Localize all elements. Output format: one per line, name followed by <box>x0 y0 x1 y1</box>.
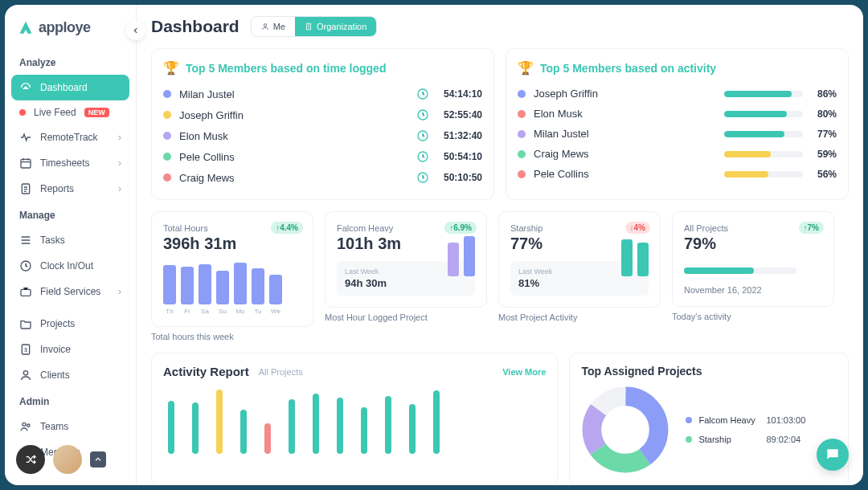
svg-rect-0 <box>21 159 31 168</box>
svg-text:$: $ <box>24 347 27 353</box>
legend-row: Starship 89:02:04 <box>686 435 805 444</box>
percent-bar <box>724 151 803 157</box>
stat-falcom: ↑6.9% Falcom Heavy 101h 3m Last Week 94h… <box>325 211 487 308</box>
scope-toggle: Me Organization <box>251 16 378 37</box>
header: Dashboard Me Organization <box>151 16 849 37</box>
bar <box>216 390 223 454</box>
stat-caption: Most Project Activity <box>498 312 661 322</box>
day-label: Sa <box>199 308 211 315</box>
sidebar-item-remotetrack[interactable]: RemoteTrack › <box>11 125 129 150</box>
member-name: Craig Mews <box>179 172 408 184</box>
member-row: Elon Musk 51:32:40 <box>163 125 482 146</box>
member-row: Craig Mews 50:10:50 <box>163 167 482 188</box>
section-manage: Manage <box>11 202 129 227</box>
sidebar-item-clock[interactable]: Clock In/Out <box>11 253 129 279</box>
day-label: Su <box>216 308 229 315</box>
percent-value: 59% <box>811 149 837 160</box>
top5-time-card: 🏆Top 5 Members based on time logged Mila… <box>151 48 494 200</box>
color-dot-icon <box>518 110 526 118</box>
svg-point-7 <box>23 423 26 426</box>
scope-organization[interactable]: Organization <box>295 17 376 36</box>
sidebar-item-projects[interactable]: Projects <box>11 311 129 337</box>
legend-dot-icon <box>686 417 692 423</box>
nav-label: Invoice <box>40 344 71 355</box>
sidebar-item-tasks[interactable]: Tasks <box>11 227 129 253</box>
logo-icon <box>18 20 34 36</box>
stat-value: 396h 31m <box>163 235 301 253</box>
sidebar-item-clients[interactable]: Clients <box>11 362 129 388</box>
pill-label: Me <box>273 22 285 31</box>
chevron-right-icon: › <box>118 132 121 143</box>
shuffle-avatar[interactable] <box>16 445 45 474</box>
top-projects-card: Top Assigned Projects Falcom Heavy 101:0… <box>569 353 849 485</box>
member-name: Elon Musk <box>534 108 716 120</box>
sidebar-item-reports[interactable]: Reports › <box>11 176 129 202</box>
color-dot-icon <box>163 90 171 98</box>
logo[interactable]: apploye <box>11 16 129 49</box>
legend-value: 89:02:04 <box>766 435 800 444</box>
bar <box>216 271 229 304</box>
weekly-day-labels: ThFrSaSuMoTuWe <box>163 308 301 315</box>
activity-title: Activity Report <box>163 365 249 378</box>
activity-date: November 16, 2022 <box>684 285 822 295</box>
member-name: Craig Mews <box>534 148 716 160</box>
stat-caption: Today's activity <box>672 312 834 321</box>
legend-value: 101:03:00 <box>766 415 805 425</box>
list-icon <box>19 234 32 247</box>
percent-value: 80% <box>811 108 837 120</box>
clock-icon <box>416 88 429 100</box>
activity-subtitle: All Projects <box>259 367 303 377</box>
color-dot-icon <box>163 111 171 119</box>
user-avatar[interactable] <box>53 445 82 474</box>
color-dot-icon <box>518 90 526 98</box>
nav-label: Timesheets <box>40 157 90 169</box>
bar <box>168 401 174 454</box>
day-label: Th <box>163 308 176 315</box>
member-row: Milan Justel 54:14:10 <box>163 84 482 104</box>
nav-label: Teams <box>40 421 68 432</box>
sidebar-item-invoice[interactable]: $ Invoice <box>11 337 129 362</box>
activity-bars-chart <box>163 390 546 454</box>
member-name: Pele Collins <box>534 168 716 180</box>
scope-me[interactable]: Me <box>252 17 295 36</box>
member-row: Joseph Griffin 52:55:40 <box>163 104 482 125</box>
nav-label: RemoteTrack <box>40 132 98 143</box>
chat-fab-button[interactable] <box>817 439 849 471</box>
legend-name: Falcom Heavy <box>698 415 760 425</box>
folder-icon <box>19 317 32 330</box>
sidebar-item-field[interactable]: Field Services › <box>11 279 129 304</box>
day-label: Mo <box>234 308 247 315</box>
clock-icon <box>19 259 32 272</box>
bar <box>313 394 319 454</box>
stat-total-hours: ↑4.4% Total Hours 396h 31m ThFrSaSuMoTuW… <box>151 211 313 327</box>
view-more-link[interactable]: View More <box>502 367 546 377</box>
bar <box>234 263 247 304</box>
color-dot-icon <box>163 153 171 161</box>
day-label: Fr <box>181 308 194 315</box>
sidebar-item-teams[interactable]: Teams <box>11 414 129 439</box>
dollar-file-icon: $ <box>19 343 32 356</box>
stat-caption: Total hours this week <box>151 332 313 341</box>
top-projects-title: Top Assigned Projects <box>581 365 837 378</box>
clock-icon <box>416 150 429 163</box>
sidebar-item-livefeed[interactable]: Live Feed NEW <box>11 100 129 125</box>
color-dot-icon <box>518 170 526 178</box>
delta-badge: ↓4% <box>625 222 650 234</box>
percent-bar <box>724 171 803 178</box>
time-value: 54:14:10 <box>437 88 482 100</box>
stat-all-projects: ↑7% All Projects 79% November 16, 2022 <box>672 211 834 307</box>
member-name: Joseph Griffin <box>179 109 408 121</box>
color-dot-icon <box>163 132 171 140</box>
svg-rect-3 <box>21 289 31 296</box>
section-admin: Admin <box>11 388 129 414</box>
calendar-icon <box>19 157 32 169</box>
expand-button[interactable] <box>90 451 106 468</box>
sidebar-item-timesheets[interactable]: Timesheets › <box>11 150 129 176</box>
sidebar-collapse-button[interactable] <box>126 21 145 40</box>
member-name: Joseph Griffin <box>534 88 716 100</box>
percent-bar <box>724 131 803 137</box>
users-icon <box>19 420 32 433</box>
trophy-icon: 🏆 <box>163 60 179 76</box>
card-title-text: Top 5 Members based on time logged <box>186 62 386 75</box>
sidebar-item-dashboard[interactable]: Dashboard <box>11 75 129 100</box>
